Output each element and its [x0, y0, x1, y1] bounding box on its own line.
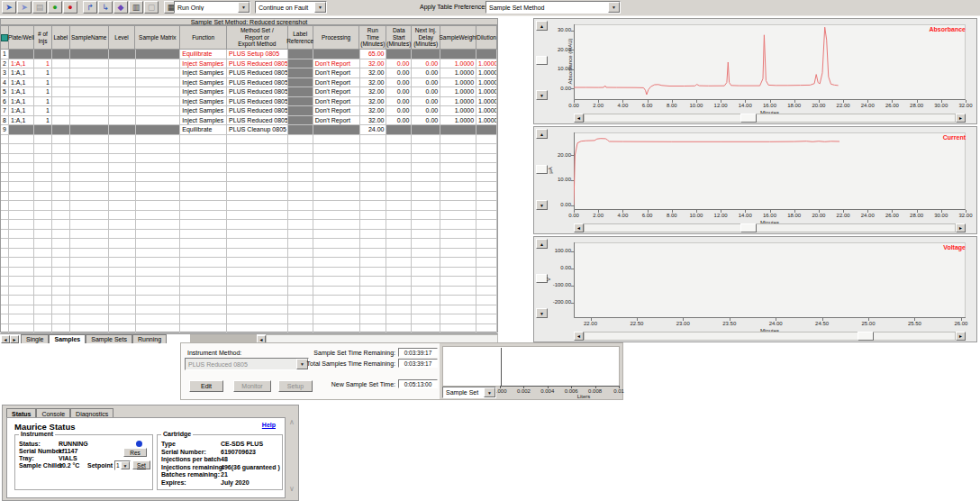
cell-name[interactable] — [70, 125, 109, 135]
cell-delay[interactable] — [412, 135, 440, 145]
chart-vscroll-up-icon[interactable]: ▲ — [536, 21, 548, 31]
cell-label_ref[interactable] — [288, 116, 313, 126]
chart-vscroll-up-icon[interactable]: ▲ — [536, 239, 548, 249]
cell-data_start[interactable] — [386, 173, 412, 183]
cell-matrix[interactable] — [136, 258, 181, 268]
cell-method[interactable] — [227, 220, 288, 230]
cell-function[interactable]: Inject Samples — [180, 106, 227, 116]
cell-level[interactable] — [109, 277, 136, 287]
cell-label[interactable] — [52, 116, 70, 126]
cell-injs[interactable]: 1 — [34, 59, 52, 69]
chart-hscroll-track[interactable] — [584, 223, 956, 232]
cell-weight[interactable]: 1.0000 — [440, 78, 476, 88]
cell-plate[interactable] — [9, 192, 34, 202]
cell-delay[interactable] — [412, 50, 440, 59]
cell-run_time[interactable] — [360, 192, 387, 202]
cell-label_ref[interactable] — [288, 230, 313, 240]
cell-run_time[interactable] — [360, 305, 387, 315]
cell-label_ref[interactable] — [288, 314, 313, 324]
cell-data_start[interactable] — [386, 125, 412, 135]
cell-label[interactable] — [52, 268, 70, 278]
cell-dilution[interactable]: 1.0000 — [476, 78, 497, 88]
cell-function[interactable]: Inject Samples — [180, 78, 227, 88]
cell-data_start[interactable] — [386, 135, 412, 145]
cell-dilution[interactable] — [476, 173, 497, 183]
cell-method[interactable] — [227, 211, 288, 221]
cell-level[interactable] — [109, 268, 136, 278]
cell-function[interactable] — [180, 220, 227, 230]
cell-num[interactable] — [1, 249, 9, 259]
scroll-up-icon[interactable]: ∧ — [289, 418, 295, 426]
cell-label[interactable] — [52, 154, 70, 164]
cell-processing[interactable] — [313, 296, 360, 305]
cell-dilution[interactable] — [476, 258, 497, 268]
cell-label[interactable] — [52, 78, 70, 88]
cell-injs[interactable] — [34, 163, 52, 173]
cell-plate[interactable] — [9, 163, 34, 173]
cell-plate[interactable] — [9, 220, 34, 230]
cell-level[interactable] — [109, 220, 136, 230]
cell-method[interactable] — [227, 201, 288, 211]
cell-weight[interactable]: 1.0000 — [440, 59, 476, 69]
cell-matrix[interactable] — [136, 305, 181, 315]
cell-matrix[interactable] — [136, 125, 181, 135]
tab-samples[interactable]: Samples — [49, 334, 86, 343]
cell-run_time[interactable] — [360, 220, 387, 230]
cell-label[interactable] — [52, 324, 70, 334]
cell-label[interactable] — [52, 106, 70, 116]
cell-method[interactable] — [227, 305, 288, 315]
cell-label[interactable] — [52, 239, 70, 249]
cell-name[interactable] — [70, 249, 109, 259]
cell-injs[interactable] — [34, 144, 52, 154]
cell-plate[interactable] — [9, 287, 34, 296]
cell-matrix[interactable] — [136, 163, 181, 173]
cell-num[interactable] — [1, 163, 9, 173]
cell-processing[interactable]: Don't Report — [313, 78, 360, 88]
cell-label_ref[interactable] — [288, 125, 313, 135]
cell-injs[interactable]: 1 — [34, 87, 52, 97]
cell-delay[interactable] — [412, 249, 440, 259]
cell-matrix[interactable] — [136, 201, 181, 211]
cell-matrix[interactable] — [136, 287, 181, 296]
cell-injs[interactable] — [34, 268, 52, 278]
cell-delay[interactable]: 0.00 — [412, 106, 440, 116]
chart-hscroll-thumb[interactable] — [740, 114, 757, 123]
cell-label_ref[interactable] — [288, 59, 313, 69]
cell-dilution[interactable]: 1.0000 — [476, 97, 497, 107]
cell-weight[interactable] — [440, 135, 476, 145]
cell-data_start[interactable] — [386, 211, 412, 221]
chart-hscroll-thumb[interactable] — [740, 223, 757, 232]
cell-run_time[interactable]: 32.00 — [360, 106, 387, 116]
cell-matrix[interactable] — [136, 268, 181, 278]
cell-weight[interactable] — [440, 220, 476, 230]
cell-weight[interactable] — [440, 230, 476, 240]
cell-label_ref[interactable] — [288, 97, 313, 107]
cell-plate[interactable] — [9, 324, 34, 334]
cell-processing[interactable] — [313, 230, 360, 240]
start-run-icon[interactable]: ● — [48, 1, 62, 14]
cell-processing[interactable] — [313, 125, 360, 135]
cell-delay[interactable] — [412, 182, 440, 192]
cell-name[interactable] — [70, 78, 109, 88]
cell-run_time[interactable] — [360, 201, 387, 211]
cell-weight[interactable] — [440, 258, 476, 268]
cell-level[interactable] — [109, 192, 136, 202]
cell-run_time[interactable] — [360, 258, 387, 268]
cell-level[interactable] — [109, 201, 136, 211]
insert-row-above-icon[interactable]: ↱ — [83, 1, 97, 14]
cell-level[interactable] — [109, 239, 136, 249]
cell-data_start[interactable] — [386, 50, 412, 59]
cell-run_time[interactable] — [360, 268, 387, 278]
cell-level[interactable] — [109, 135, 136, 145]
cell-name[interactable] — [70, 50, 109, 59]
cell-num[interactable]: 7 — [1, 106, 9, 116]
cell-run_time[interactable] — [360, 287, 387, 296]
chart-hscroll-left-icon[interactable]: ◄ — [574, 223, 584, 232]
set-button[interactable]: Set — [132, 460, 150, 469]
cell-num[interactable] — [1, 135, 9, 145]
cell-plate[interactable] — [9, 249, 34, 259]
cell-processing[interactable]: Don't Report — [313, 106, 360, 116]
cell-plate[interactable]: 1:A,1 — [9, 97, 34, 107]
chart-hscroll-thumb[interactable] — [858, 332, 874, 341]
cell-method[interactable] — [227, 239, 288, 249]
